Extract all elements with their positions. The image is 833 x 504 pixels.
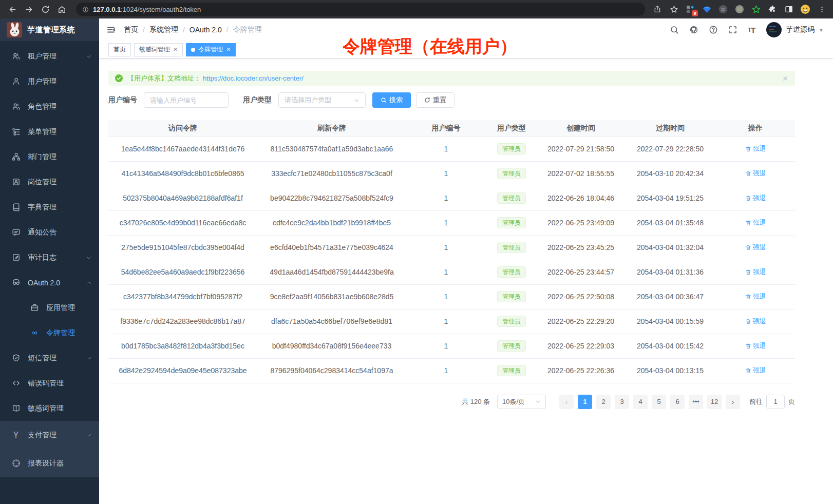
extension-green-star-icon[interactable] (751, 4, 761, 14)
sidebar-item-user[interactable]: 用户管理 (0, 69, 99, 94)
sidebar-item-label: 敏感词管理 (28, 404, 92, 413)
view-tab[interactable]: 首页 (108, 43, 131, 56)
sidebar-item-sms[interactable]: 短信管理 (0, 345, 99, 371)
sidebar-item-dict[interactable]: 字典管理 (0, 195, 99, 220)
sidebar-item-pay[interactable]: ¥支付管理 (0, 421, 99, 449)
fullscreen-icon[interactable] (728, 25, 737, 34)
filter-bar: 用户编号 用户类型 请选择用户类型 搜索 重置 (108, 92, 795, 108)
sidebar-item-dept[interactable]: 部门管理 (0, 144, 99, 169)
share-icon[interactable] (652, 4, 662, 14)
refresh-token-cell: 49d1aa46d1454fbd87591444423be9fa (257, 260, 406, 284)
created-at-cell: 2022-06-25 22:50:08 (537, 284, 624, 309)
sidebar-item-audit-log[interactable]: 审计日志 (0, 245, 99, 270)
side-panel-icon[interactable] (784, 4, 794, 14)
view-tab[interactable]: 敏感词管理✕ (134, 43, 183, 56)
force-logout-button[interactable]: 强退 (745, 169, 766, 178)
breadcrumb-item[interactable]: 系统管理 (149, 25, 178, 34)
browser-forward-button[interactable] (22, 2, 36, 16)
github-icon[interactable] (689, 25, 698, 34)
profile-avatar-icon[interactable] (800, 4, 810, 14)
browser-menu-icon[interactable] (817, 4, 827, 14)
user-type-select[interactable]: 请选择用户类型 (278, 92, 366, 108)
extensions-puzzle-icon[interactable] (767, 4, 778, 14)
sidebar-item-menu[interactable]: 菜单管理 (0, 119, 99, 144)
breadcrumb-item[interactable]: OAuth 2.0 (190, 26, 222, 34)
trash-icon (745, 195, 751, 201)
page-button[interactable]: 2 (596, 395, 611, 409)
search-button[interactable]: 搜索 (372, 92, 411, 108)
breadcrumb-item[interactable]: 首页 (124, 25, 138, 34)
chevron-down-icon: ▼ (819, 27, 824, 33)
force-logout-button[interactable]: 强退 (745, 243, 766, 252)
bookmark-star-icon[interactable] (669, 4, 679, 14)
access-token-cell: c342377bf8b344799dcbf7bf095287f2 (108, 284, 257, 309)
page-button[interactable]: 1 (578, 395, 592, 409)
force-logout-button[interactable]: 强退 (745, 193, 766, 203)
sidebar-item-role[interactable]: 角色管理 (0, 94, 99, 119)
reset-button[interactable]: 重置 (416, 92, 455, 108)
page-button[interactable]: 3 (615, 395, 629, 409)
access-token-cell: 54d6be82ee5a460a9aedc1f9bf223656 (108, 260, 257, 284)
expires-at-cell: 2054-03-04 00:15:42 (624, 334, 716, 358)
font-size-icon[interactable]: TT (748, 26, 755, 34)
site-info-icon[interactable] (82, 6, 89, 13)
page-size-select[interactable]: 10条/页 (497, 395, 546, 409)
action-cell: 强退 (716, 334, 795, 358)
page-button[interactable]: 12 (707, 395, 722, 409)
sidebar-item-oauth2[interactable]: OAuth 2.0 (0, 270, 99, 295)
force-logout-button[interactable]: 强退 (745, 267, 766, 277)
user-type-badge: 管理员 (497, 365, 526, 376)
sidebar-item-oauth2-token[interactable]: 令牌管理 (0, 320, 99, 345)
extension-command-icon[interactable]: ⌘ (718, 4, 728, 14)
created-at-cell: 2022-06-25 23:49:09 (537, 210, 624, 235)
search-icon[interactable] (670, 25, 679, 34)
pagination: 共 120 条 10条/页 ‹ 123456•••12 › 前往 页 (108, 395, 795, 409)
force-logout-button[interactable]: 强退 (745, 144, 766, 153)
user-type-cell: 管理员 (486, 284, 537, 309)
breadcrumb-separator: / (143, 26, 145, 34)
pager-more-button[interactable]: ••• (689, 395, 703, 409)
browser-toolbar: 127.0.0.1:1024/system/oauth2/token 9 ⌘ (0, 0, 833, 18)
extension-colorzilla-icon[interactable]: 9 (685, 4, 695, 14)
sidebar-item-report[interactable]: 报表设计器 (0, 449, 99, 477)
browser-reload-button[interactable] (38, 2, 52, 16)
sidebar-item-oauth2-app[interactable]: 应用管理 (0, 295, 99, 320)
refresh-token-cell: cdfc4ce9c2da4bb1bdf21b9918ff4be5 (257, 210, 406, 235)
browser-back-button[interactable] (5, 2, 20, 16)
force-logout-button[interactable]: 强退 (745, 292, 766, 301)
page-button[interactable]: 6 (670, 395, 685, 409)
refresh-token-cell: 8796295f04064c2983414cc54af1097a (257, 358, 406, 383)
extension-gem-icon[interactable] (702, 4, 712, 14)
extension-recorder-icon[interactable] (734, 4, 745, 14)
goto-page-input[interactable] (766, 395, 785, 409)
user-name: 芋道源码 (786, 25, 815, 34)
view-tab[interactable]: 令牌管理✕ (186, 43, 236, 56)
user-menu[interactable]: 芋道源码 ▼ (766, 22, 824, 37)
sidebar-item-errcode[interactable]: 错误码管理 (0, 371, 99, 396)
sidebar-collapse-icon[interactable] (106, 25, 116, 34)
alert-close-icon[interactable]: ✕ (782, 74, 788, 83)
tab-close-icon[interactable]: ✕ (173, 46, 178, 53)
help-icon[interactable] (709, 25, 718, 34)
user-id-input[interactable] (144, 92, 229, 108)
app-logo-bar[interactable]: 芋道管理系统 (0, 18, 99, 41)
address-bar[interactable]: 127.0.0.1:1024/system/oauth2/token (76, 3, 645, 16)
sidebar-item-tenant[interactable]: 租户管理 (0, 44, 99, 69)
doc-link[interactable]: https://doc.iocoder.cn/user-center/ (203, 74, 304, 82)
next-page-button[interactable]: › (726, 395, 740, 409)
prev-page-button[interactable]: ‹ (559, 395, 574, 409)
sidebar-item-notice[interactable]: 通知公告 (0, 220, 99, 245)
column-header: 访问令牌 (108, 120, 257, 137)
force-logout-button[interactable]: 强退 (745, 218, 766, 227)
force-logout-button[interactable]: 强退 (745, 317, 766, 326)
page-button[interactable]: 5 (652, 395, 666, 409)
force-logout-button[interactable]: 强退 (745, 366, 766, 375)
sidebar-item-sensitive[interactable]: 敏感词管理 (0, 396, 99, 421)
page-button[interactable]: 4 (633, 395, 648, 409)
sidebar-item-post[interactable]: 岗位管理 (0, 169, 99, 195)
force-logout-button[interactable]: 强退 (745, 341, 766, 351)
browser-home-button[interactable] (54, 2, 69, 16)
user-id-cell: 1 (406, 186, 486, 210)
tab-close-icon[interactable]: ✕ (226, 46, 231, 53)
oauth-icon (11, 278, 21, 287)
